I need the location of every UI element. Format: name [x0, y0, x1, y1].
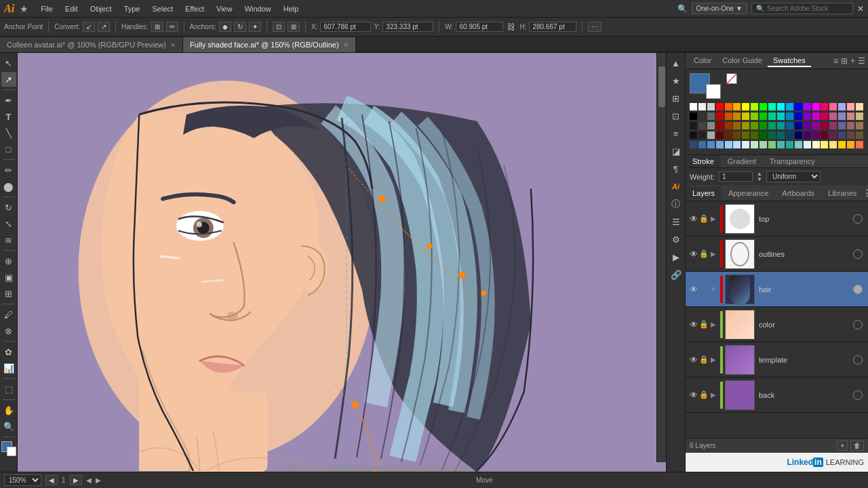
artboards-tab[interactable]: Artboards — [775, 187, 821, 199]
page-prev-btn[interactable]: ◀ — [45, 475, 58, 485]
color-swatch[interactable] — [698, 103, 706, 110]
rect-tool[interactable]: □ — [1, 142, 16, 157]
select-tool[interactable]: ↖ — [1, 56, 16, 70]
color-swatch[interactable] — [829, 141, 837, 148]
color-swatch[interactable] — [812, 103, 820, 110]
color-swatch[interactable] — [847, 103, 854, 110]
color-swatch[interactable] — [856, 122, 863, 129]
weight-input[interactable] — [719, 171, 753, 182]
color-swatch[interactable] — [768, 131, 776, 139]
transparency-tab[interactable]: Transparency — [763, 155, 822, 167]
arrow-up-icon[interactable]: ▲ — [669, 56, 684, 70]
color-swatch[interactable] — [760, 131, 767, 139]
menu-type[interactable]: Type — [119, 3, 146, 14]
layer-expand-toggle[interactable]: ▶ — [709, 249, 718, 259]
layer-row[interactable]: 👁 ▼ hair — [686, 272, 868, 307]
color-swatch[interactable] — [698, 141, 706, 148]
layer-lock-toggle[interactable]: 🔒 — [699, 320, 709, 329]
color-swatch[interactable] — [847, 141, 854, 148]
color-swatch[interactable] — [812, 131, 820, 139]
menu-select[interactable]: Select — [146, 3, 178, 14]
libraries-tab[interactable]: Libraries — [821, 187, 863, 199]
color-swatch[interactable] — [804, 113, 811, 120]
color-swatch[interactable] — [742, 131, 749, 139]
transform-icons[interactable]: ⊡ — [273, 22, 285, 32]
panel-new-swatch-btn[interactable]: + — [850, 56, 855, 66]
color-swatch[interactable] — [725, 113, 732, 120]
vertical-scrollbar[interactable] — [656, 53, 666, 462]
color-swatch[interactable] — [821, 131, 828, 139]
color-swatch[interactable] — [838, 113, 846, 120]
menu-window[interactable]: Window — [239, 3, 277, 14]
color-swatch[interactable] — [786, 141, 793, 148]
color-swatch[interactable] — [777, 131, 785, 139]
paintbrush-tool[interactable]: ✏ — [1, 163, 16, 178]
color-swatch[interactable] — [768, 103, 776, 110]
color-swatch[interactable] — [856, 103, 863, 110]
handles-btn2[interactable]: ✏ — [166, 22, 178, 32]
color-swatch[interactable] — [838, 141, 846, 148]
color-swatch[interactable] — [760, 103, 767, 110]
arrangement-button[interactable]: One-on-One ▼ — [692, 3, 748, 14]
layer-row[interactable]: 👁 🔒 ▶ outlines — [686, 237, 868, 272]
color-swatch[interactable] — [856, 131, 863, 139]
color-swatch[interactable] — [698, 122, 706, 129]
search-input[interactable] — [767, 5, 842, 12]
color-swatch[interactable] — [760, 141, 767, 148]
color-swatch[interactable] — [786, 122, 793, 129]
settings-icon[interactable]: ⚙ — [669, 232, 684, 247]
color-swatch[interactable] — [751, 122, 758, 129]
layer-target[interactable] — [853, 214, 863, 224]
color-swatch[interactable] — [733, 131, 741, 139]
layer-row[interactable]: 👁 🔒 ▶ back — [686, 378, 868, 413]
color-swatch[interactable] — [690, 113, 697, 120]
color-swatch[interactable] — [856, 113, 863, 120]
color-swatch[interactable] — [804, 131, 811, 139]
color-swatch[interactable] — [768, 113, 776, 120]
color-swatch[interactable] — [829, 122, 837, 129]
play-icon[interactable]: ▶ — [669, 249, 684, 264]
layer-visibility-toggle[interactable]: 👁 — [688, 284, 699, 295]
delete-layer-btn[interactable]: 🗑 — [850, 441, 864, 451]
direct-select-tool[interactable]: ↗ — [1, 72, 16, 87]
info-icon[interactable]: ⓘ — [669, 197, 684, 211]
color-swatch[interactable] — [725, 122, 732, 129]
next-icon[interactable]: ▶ — [96, 476, 101, 484]
color-swatch[interactable] — [786, 103, 793, 110]
color-swatch[interactable] — [829, 131, 837, 139]
menu-view[interactable]: View — [211, 3, 238, 14]
hand-tool[interactable]: ✋ — [1, 403, 16, 418]
color-swatch[interactable] — [725, 103, 732, 110]
layer-target[interactable] — [853, 285, 863, 294]
gradient-tab[interactable]: Gradient — [721, 155, 763, 167]
color-swatch[interactable] — [760, 122, 767, 129]
color-swatch[interactable] — [777, 103, 785, 110]
x-input[interactable] — [320, 22, 371, 32]
color-swatch[interactable] — [829, 103, 837, 110]
color-swatch[interactable] — [786, 113, 793, 120]
color-swatch[interactable] — [768, 141, 776, 148]
eyedropper-tool[interactable]: 🖊 — [1, 307, 16, 322]
paragraph-icon[interactable]: ¶ — [669, 161, 684, 176]
width-tool[interactable]: ⊕ — [1, 253, 16, 268]
layer-visibility-toggle[interactable]: 👁 — [688, 214, 699, 224]
color-swatch[interactable] — [707, 122, 715, 129]
link-icon[interactable]: 🔗 — [669, 267, 684, 282]
stroke-type-dropdown[interactable]: Uniform — [766, 171, 821, 182]
color-swatch[interactable] — [725, 131, 732, 139]
artboard-tool[interactable]: ⬚ — [1, 382, 16, 396]
color-swatch[interactable] — [751, 131, 758, 139]
layer-visibility-toggle[interactable]: 👁 — [688, 319, 699, 330]
layer-row[interactable]: 👁 🔒 ▶ top — [686, 201, 868, 237]
layer-visibility-toggle[interactable]: 👁 — [688, 354, 699, 365]
color-swatch[interactable] — [812, 122, 820, 129]
color-swatch[interactable] — [707, 141, 715, 148]
color-swatch[interactable] — [742, 113, 749, 120]
color-swatch[interactable] — [716, 122, 724, 129]
color-swatch[interactable] — [847, 122, 854, 129]
layer-lock-toggle[interactable]: 🔒 — [699, 390, 709, 400]
color-swatch[interactable] — [751, 141, 758, 148]
prev-icon[interactable]: ◀ — [86, 476, 92, 484]
color-swatch[interactable] — [795, 103, 802, 110]
new-layer-btn[interactable]: + — [837, 441, 848, 451]
